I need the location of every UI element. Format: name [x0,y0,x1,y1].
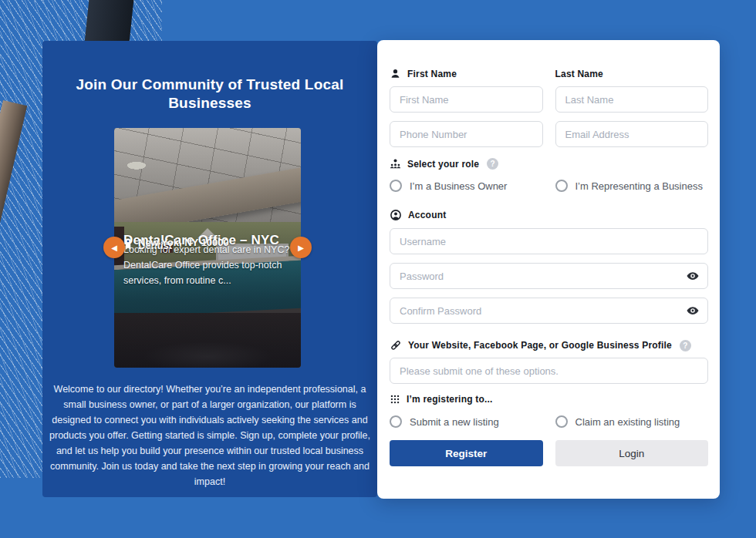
listing-photo: DentalCare Office – NYC Dentist New Yok,… [114,128,301,368]
help-icon[interactable]: ? [680,340,691,351]
last-name-label: Last Name [555,69,709,79]
email-input[interactable] [555,121,709,147]
first-name-input[interactable] [390,86,543,113]
registering-option-submit[interactable]: Submit a new listing [390,415,543,428]
page: Join Our Community of Trusted Local Busi… [0,0,756,538]
username-input[interactable] [390,228,708,254]
link-icon [390,339,402,351]
user-circle-icon [390,209,402,221]
login-button[interactable]: Login [555,440,709,466]
person-icon [390,68,401,79]
role-radio-representing[interactable] [555,180,568,192]
confirm-password-input[interactable] [390,298,708,324]
people-icon [390,158,401,170]
toggle-password-visibility-button[interactable] [686,269,700,283]
promo-heading: Join Our Community of Trusted Local Busi… [66,76,354,113]
registering-radio-submit[interactable] [390,415,402,428]
eye-icon [686,269,700,283]
welcome-paragraph: Welcome to our directory! Whether you’re… [49,382,370,489]
account-label: Account [390,209,708,221]
grid-dots-icon [390,394,400,405]
eye-icon [686,304,700,318]
registering-option-claim[interactable]: Claim an existing listing [555,415,709,428]
website-label: Your Website, Facebook Page, or Google B… [390,339,708,351]
role-option-business-owner[interactable]: I’m a Business Owner [390,180,543,192]
phone-input[interactable] [390,121,543,147]
registering-radio-claim[interactable] [555,415,568,428]
role-label: Select your role ? [390,158,708,170]
registration-card: First Name Last Name Select your role ? … [377,40,720,499]
help-icon[interactable]: ? [487,158,498,170]
listing-carousel: DentalCare Office – NYC Dentist New Yok,… [114,128,301,368]
prev-arrow-icon: ◀ [111,244,117,252]
role-radio-owner[interactable] [390,180,402,192]
register-button[interactable]: Register [390,440,543,466]
next-arrow-icon: ▶ [298,244,304,252]
last-name-input[interactable] [555,86,709,113]
website-input[interactable] [390,358,708,384]
carousel-prev-button[interactable]: ◀ [103,237,125,258]
listing-location: New Yok, NY 10000 [123,237,229,248]
role-option-representing[interactable]: I’m Representing a Business [555,180,709,192]
carousel-next-button[interactable]: ▶ [290,237,312,258]
toggle-confirm-password-visibility-button[interactable] [686,304,700,318]
registering-label: I’m registering to... [390,394,708,405]
password-input[interactable] [390,263,708,289]
promo-panel: Join Our Community of Trusted Local Busi… [42,41,377,497]
listing-info: DentalCare Office – NYC Dentist New Yok,… [123,233,293,288]
first-name-label: First Name [390,68,543,79]
